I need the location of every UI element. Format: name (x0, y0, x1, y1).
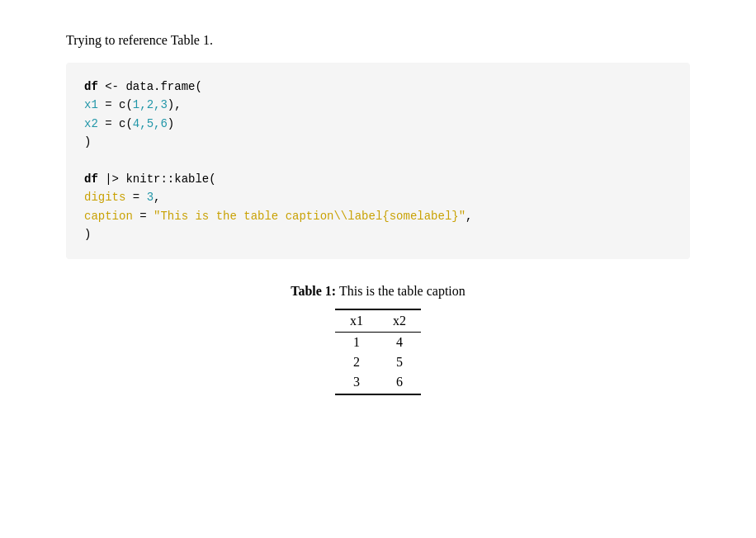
code-fn-kable: knitr::kable( (125, 172, 215, 186)
code-vals-1: 1,2,3 (133, 98, 168, 111)
code-vals-2: 4,5,6 (133, 117, 168, 130)
code-var-x2: x2 (84, 117, 98, 130)
code-line-5: df |> knitr::kable( (84, 170, 672, 188)
col-header-x2: x2 (378, 309, 421, 333)
cell-1-1: 1 (335, 332, 378, 352)
table-caption: Table 1: This is the table caption (291, 284, 465, 299)
code-close-dataframe: ) (84, 135, 91, 149)
code-df2: df (84, 172, 98, 186)
cell-1-2: 4 (378, 332, 421, 352)
code-line-3: x2 = c(4,5,6) (84, 115, 672, 133)
output-area: Table 1: This is the table caption x1 x2… (66, 284, 690, 395)
code-line-4: ) (84, 133, 672, 151)
code-op-3: = (133, 191, 147, 204)
table-header: x1 x2 (335, 309, 421, 333)
code-str-caption: "This is the table caption\\label{somela… (154, 210, 465, 223)
code-block: df <- data.frame( x1 = c(1,2,3), x2 = c(… (66, 63, 690, 259)
table-body: 1 4 2 5 3 6 (335, 332, 421, 394)
cell-3-2: 6 (378, 372, 421, 394)
cell-3-1: 3 (335, 372, 378, 394)
code-arrow: <- (105, 80, 125, 93)
cell-2-1: 2 (335, 352, 378, 372)
table-caption-prefix: Table 1: (291, 284, 336, 298)
code-line-6: digits = 3, (84, 188, 672, 206)
code-op-2: = (105, 117, 119, 130)
code-comma-2: , (465, 210, 472, 223)
code-line-8: ) (84, 225, 672, 243)
table-header-row: x1 x2 (335, 309, 421, 333)
code-close-kable: ) (84, 228, 91, 241)
code-arg-digits: digits (84, 191, 125, 204)
table-caption-body: This is the table caption (339, 284, 465, 298)
code-op-1: = (105, 98, 119, 111)
code-fn-dataframe: data.frame( (125, 80, 201, 93)
code-line-7: caption = "This is the table caption\\la… (84, 207, 672, 225)
code-fn-c2: c( (119, 117, 133, 130)
code-op-4: = (139, 210, 154, 223)
code-kw-df: df (84, 80, 98, 93)
code-blank (84, 152, 672, 170)
code-comma-1: , (154, 191, 160, 204)
table-row: 1 4 (335, 332, 421, 352)
code-close-1: ), (168, 98, 182, 111)
code-close-2: ) (168, 117, 174, 130)
code-fn-c1: c( (119, 98, 133, 111)
code-var-x1: x1 (84, 98, 98, 111)
code-pipe: |> (105, 172, 125, 186)
code-line-2: x1 = c(1,2,3), (84, 96, 672, 114)
data-table: x1 x2 1 4 2 5 3 6 (335, 309, 421, 395)
table-row: 3 6 (335, 372, 421, 394)
cell-2-2: 5 (378, 352, 421, 372)
code-val-digits: 3 (147, 191, 154, 204)
code-arg-caption: caption (84, 210, 133, 223)
intro-text: Trying to reference Table 1. (66, 33, 690, 48)
code-line-1: df <- data.frame( (84, 78, 672, 96)
table-row: 2 5 (335, 352, 421, 372)
col-header-x1: x1 (335, 309, 378, 333)
